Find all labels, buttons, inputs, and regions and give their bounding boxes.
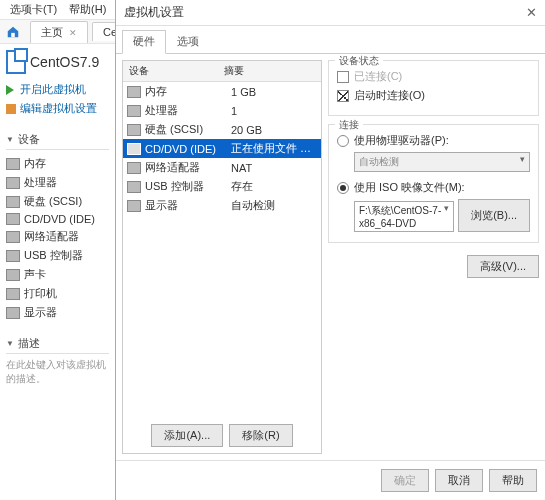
tab-home[interactable]: 主页✕ xyxy=(30,21,88,43)
hw-value: 1 GB xyxy=(231,86,317,98)
hw-name: CD/DVD (IDE) xyxy=(145,143,231,155)
device-label: 显示器 xyxy=(24,305,57,320)
iso-label: 使用 ISO 映像文件(M): xyxy=(354,180,465,195)
hw-icon xyxy=(127,124,141,136)
hw-value: 1 xyxy=(231,105,317,117)
connection-group: 连接 xyxy=(335,118,363,132)
device-item[interactable]: USB 控制器 xyxy=(6,246,109,265)
add-button[interactable]: 添加(A)... xyxy=(151,424,223,447)
ok-button[interactable]: 确定 xyxy=(381,469,429,492)
menu-card[interactable]: 选项卡(T) xyxy=(4,0,63,19)
device-icon xyxy=(6,177,20,189)
hardware-row[interactable]: USB 控制器存在 xyxy=(123,177,321,196)
device-icon xyxy=(6,307,20,319)
device-item[interactable]: 处理器 xyxy=(6,173,109,192)
device-status-group: 设备状态 xyxy=(335,54,383,68)
browse-button[interactable]: 浏览(B)... xyxy=(458,199,530,232)
hw-name: 处理器 xyxy=(145,103,231,118)
power-on-link[interactable]: 开启此虚拟机 xyxy=(6,80,109,99)
hardware-row[interactable]: 显示器自动检测 xyxy=(123,196,321,215)
connect-on-power-label: 启动时连接(O) xyxy=(354,88,425,103)
device-label: 处理器 xyxy=(24,175,57,190)
hw-value: 正在使用文件 F:\系统\CentO... xyxy=(231,141,317,156)
device-icon xyxy=(6,288,20,300)
advanced-button[interactable]: 高级(V)... xyxy=(467,255,539,278)
tab-hardware[interactable]: 硬件 xyxy=(122,30,166,54)
tab-options[interactable]: 选项 xyxy=(166,30,210,53)
hw-icon xyxy=(127,143,141,155)
device-label: 打印机 xyxy=(24,286,57,301)
device-label: 内存 xyxy=(24,156,46,171)
device-label: 硬盘 (SCSI) xyxy=(24,194,82,209)
hw-value: 存在 xyxy=(231,179,317,194)
edit-vm-link[interactable]: 编辑虚拟机设置 xyxy=(6,99,109,118)
device-label: USB 控制器 xyxy=(24,248,83,263)
iso-radio[interactable] xyxy=(337,182,349,194)
hw-icon xyxy=(127,181,141,193)
col-device: 设备 xyxy=(123,61,218,81)
close-button[interactable]: ✕ xyxy=(526,5,537,20)
hw-value: 自动检测 xyxy=(231,198,317,213)
physical-drive-label: 使用物理驱动器(P): xyxy=(354,133,449,148)
device-label: CD/DVD (IDE) xyxy=(24,213,95,225)
connect-on-power-checkbox[interactable] xyxy=(337,90,349,102)
dialog-title: 虚拟机设置 xyxy=(124,4,184,21)
hw-icon xyxy=(127,200,141,212)
home-icon[interactable] xyxy=(6,25,20,39)
hw-value: NAT xyxy=(231,162,317,174)
hw-name: 显示器 xyxy=(145,198,231,213)
device-icon xyxy=(6,213,20,225)
physical-drive-select: 自动检测 xyxy=(354,152,530,172)
hardware-row[interactable]: 硬盘 (SCSI)20 GB xyxy=(123,120,321,139)
iso-path-field[interactable]: F:\系统\CentOS-7-x86_64-DVD xyxy=(354,201,454,232)
device-item[interactable]: 网络适配器 xyxy=(6,227,109,246)
chevron-down-icon[interactable]: ▼ xyxy=(6,135,14,144)
device-item[interactable]: 打印机 xyxy=(6,284,109,303)
remove-button[interactable]: 移除(R) xyxy=(229,424,292,447)
desc-heading: 描述 xyxy=(18,336,40,351)
connected-checkbox xyxy=(337,71,349,83)
hardware-row[interactable]: 内存1 GB xyxy=(123,82,321,101)
hardware-row[interactable]: 处理器1 xyxy=(123,101,321,120)
hw-name: 内存 xyxy=(145,84,231,99)
connected-label: 已连接(C) xyxy=(354,69,402,84)
cancel-button[interactable]: 取消 xyxy=(435,469,483,492)
hw-icon xyxy=(127,86,141,98)
hw-value: 20 GB xyxy=(231,124,317,136)
device-icon xyxy=(6,158,20,170)
hardware-row[interactable]: 网络适配器NAT xyxy=(123,158,321,177)
col-summary: 摘要 xyxy=(218,61,250,81)
vm-icon xyxy=(6,50,26,74)
device-icon xyxy=(6,196,20,208)
device-icon xyxy=(6,269,20,281)
menu-help[interactable]: 帮助(H) xyxy=(63,0,112,19)
device-item[interactable]: 内存 xyxy=(6,154,109,173)
vm-title: CentOS7.9 xyxy=(30,54,99,70)
device-label: 声卡 xyxy=(24,267,46,282)
device-icon xyxy=(6,231,20,243)
device-item[interactable]: 声卡 xyxy=(6,265,109,284)
hw-name: USB 控制器 xyxy=(145,179,231,194)
device-item[interactable]: 显示器 xyxy=(6,303,109,322)
hw-icon xyxy=(127,105,141,117)
close-icon[interactable]: ✕ xyxy=(69,28,77,38)
description-placeholder[interactable]: 在此处键入对该虚拟机的描述。 xyxy=(6,358,109,386)
hw-icon xyxy=(127,162,141,174)
device-label: 网络适配器 xyxy=(24,229,79,244)
tab-home-label: 主页 xyxy=(41,26,63,38)
physical-drive-radio[interactable] xyxy=(337,135,349,147)
device-item[interactable]: 硬盘 (SCSI) xyxy=(6,192,109,211)
device-item[interactable]: CD/DVD (IDE) xyxy=(6,211,109,227)
hardware-row[interactable]: CD/DVD (IDE)正在使用文件 F:\系统\CentO... xyxy=(123,139,321,158)
devices-heading: 设备 xyxy=(18,132,40,147)
chevron-down-icon[interactable]: ▼ xyxy=(6,339,14,348)
hw-name: 网络适配器 xyxy=(145,160,231,175)
device-icon xyxy=(6,250,20,262)
help-button[interactable]: 帮助 xyxy=(489,469,537,492)
svg-rect-0 xyxy=(11,32,15,36)
hw-name: 硬盘 (SCSI) xyxy=(145,122,231,137)
